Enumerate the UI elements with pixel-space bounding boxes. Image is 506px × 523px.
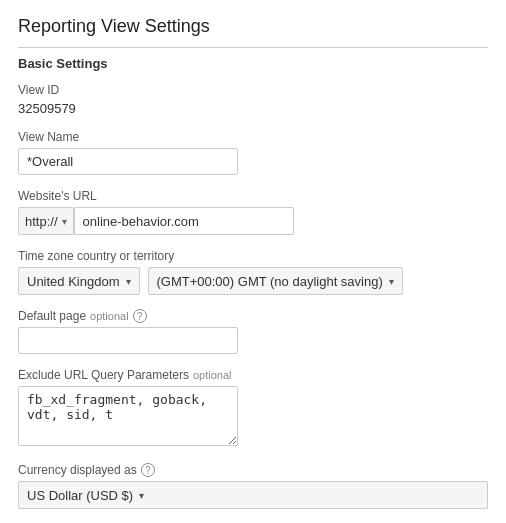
url-protocol-select[interactable]: http:// ▾ <box>18 207 74 235</box>
url-row: http:// ▾ <box>18 207 488 235</box>
currency-select[interactable]: US Dollar (USD $) ▾ <box>18 481 488 509</box>
timezone-country-label: United Kingdom <box>27 274 120 289</box>
timezone-gmt-select[interactable]: (GMT+00:00) GMT (no daylight saving) ▾ <box>148 267 403 295</box>
exclude-url-textarea[interactable]: fb_xd_fragment, goback, vdt, sid, t <box>18 386 238 446</box>
view-id-label: View ID <box>18 83 488 97</box>
currency-help-icon[interactable]: ? <box>141 463 155 477</box>
timezone-country-select[interactable]: United Kingdom ▾ <box>18 267 140 295</box>
url-protocol-label: http:// <box>25 214 58 229</box>
website-url-input[interactable] <box>74 207 294 235</box>
default-page-group: Default page optional ? <box>18 309 488 354</box>
currency-chevron-icon: ▾ <box>139 490 144 501</box>
currency-group: Currency displayed as ? US Dollar (USD $… <box>18 463 488 509</box>
timezone-group: Time zone country or territory United Ki… <box>18 249 488 295</box>
currency-label: Currency displayed as ? <box>18 463 488 477</box>
section-divider <box>18 47 488 48</box>
view-name-label: View Name <box>18 130 488 144</box>
default-page-help-icon[interactable]: ? <box>133 309 147 323</box>
exclude-url-group: Exclude URL Query Parameters optional fb… <box>18 368 488 449</box>
default-page-label: Default page optional ? <box>18 309 488 323</box>
exclude-url-label: Exclude URL Query Parameters optional <box>18 368 488 382</box>
exclude-url-optional: optional <box>193 369 232 381</box>
currency-value-label: US Dollar (USD $) <box>27 488 133 503</box>
default-page-optional: optional <box>90 310 129 322</box>
timezone-gmt-label: (GMT+00:00) GMT (no daylight saving) <box>157 274 383 289</box>
view-id-value: 32509579 <box>18 101 488 116</box>
website-url-group: Website's URL http:// ▾ <box>18 189 488 235</box>
url-protocol-chevron-icon: ▾ <box>62 216 67 227</box>
view-name-group: View Name <box>18 130 488 175</box>
basic-settings-label: Basic Settings <box>18 56 488 71</box>
timezone-row: United Kingdom ▾ (GMT+00:00) GMT (no day… <box>18 267 488 295</box>
page-title: Reporting View Settings <box>18 16 488 37</box>
website-url-label: Website's URL <box>18 189 488 203</box>
view-name-input[interactable] <box>18 148 238 175</box>
timezone-label: Time zone country or territory <box>18 249 488 263</box>
timezone-country-chevron-icon: ▾ <box>126 276 131 287</box>
timezone-gmt-chevron-icon: ▾ <box>389 276 394 287</box>
default-page-input[interactable] <box>18 327 238 354</box>
view-id-group: View ID 32509579 <box>18 83 488 116</box>
